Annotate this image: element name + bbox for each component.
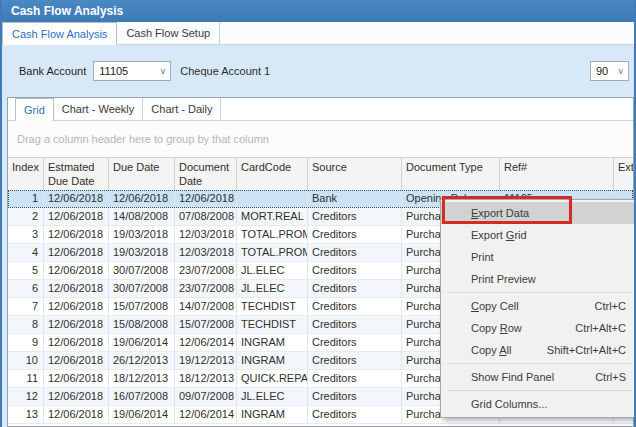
cell-cardcode[interactable]: JL.ELEC: [237, 388, 308, 406]
cell-cardcode[interactable]: MORT.REAL: [237, 208, 308, 226]
column-header-source[interactable]: Source: [308, 158, 402, 190]
chevron-down-icon[interactable]: ∨: [160, 66, 167, 76]
column-header-document-date[interactable]: Document Date: [175, 158, 237, 190]
cell-cardcode[interactable]: INGRAM: [237, 406, 308, 424]
cell-cardcode[interactable]: QUICK.REPA: [237, 370, 308, 388]
column-header-due-date[interactable]: Due Date: [109, 158, 175, 190]
column-header-index[interactable]: Index: [8, 158, 44, 190]
cell-index[interactable]: 8: [8, 316, 44, 334]
cell-cardcode[interactable]: TECHDIST: [237, 298, 308, 316]
cell-cardcode[interactable]: [237, 190, 308, 208]
cell-cardcode[interactable]: INGRAM: [237, 352, 308, 370]
cell-due-date[interactable]: 26/12/2013: [109, 352, 175, 370]
cell-estmated-due[interactable]: 12/06/2018: [44, 262, 109, 280]
tab-cash-flow-setup[interactable]: Cash Flow Setup: [117, 22, 220, 45]
cell-document-date[interactable]: 15/07/2008: [175, 316, 237, 334]
days-combobox[interactable]: 90 ∨: [590, 61, 629, 81]
cell-estmated-due[interactable]: 12/06/2018: [44, 316, 109, 334]
cell-index[interactable]: 11: [8, 370, 44, 388]
cell-source[interactable]: Creditors: [308, 208, 402, 226]
cell-source[interactable]: Creditors: [308, 388, 402, 406]
menu-item-show-find-panel[interactable]: Show Find Panel Ctrl+S: [441, 366, 634, 388]
cell-estmated-due[interactable]: 12/06/2018: [44, 208, 109, 226]
cell-document-date[interactable]: 12/06/2018: [175, 190, 237, 208]
column-header-estmated-due[interactable]: Estmated Due Date: [44, 158, 109, 190]
column-header-ext[interactable]: Ext.: [614, 158, 633, 190]
cell-source[interactable]: Creditors: [308, 226, 402, 244]
cell-index[interactable]: 7: [8, 298, 44, 316]
cell-index[interactable]: 10: [8, 352, 44, 370]
cell-document-date[interactable]: 12/06/2014: [175, 334, 237, 352]
chevron-down-icon[interactable]: ∨: [617, 66, 624, 76]
cell-cardcode[interactable]: JL.ELEC: [237, 262, 308, 280]
column-header-ref[interactable]: Ref#: [500, 158, 614, 190]
tab-chart-weekly[interactable]: Chart - Weekly: [54, 98, 144, 121]
menu-item-export-grid[interactable]: Export Grid: [441, 224, 634, 246]
tab-chart-daily[interactable]: Chart - Daily: [143, 98, 221, 121]
menu-item-copy-cell[interactable]: Copy Cell Ctrl+C: [441, 295, 634, 317]
cell-index[interactable]: 5: [8, 262, 44, 280]
cell-due-date[interactable]: 19/03/2018: [109, 244, 175, 262]
cell-due-date[interactable]: 19/06/2014: [109, 406, 175, 424]
cell-estmated-due[interactable]: 12/06/2018: [44, 226, 109, 244]
cell-due-date[interactable]: 30/07/2008: [109, 280, 175, 298]
tab-cash-flow-analysis[interactable]: Cash Flow Analysis: [2, 22, 117, 45]
cell-document-date[interactable]: 23/07/2008: [175, 262, 237, 280]
cell-due-date[interactable]: 15/08/2008: [109, 316, 175, 334]
cell-due-date[interactable]: 19/06/2014: [109, 334, 175, 352]
cell-document-date[interactable]: 14/07/2008: [175, 298, 237, 316]
cell-estmated-due[interactable]: 12/06/2018: [44, 334, 109, 352]
cell-source[interactable]: Creditors: [308, 280, 402, 298]
cell-cardcode[interactable]: TOTAL.PROM: [237, 226, 308, 244]
cell-due-date[interactable]: 19/03/2018: [109, 226, 175, 244]
cell-estmated-due[interactable]: 12/06/2018: [44, 280, 109, 298]
cell-source[interactable]: Creditors: [308, 244, 402, 262]
cell-due-date[interactable]: 15/07/2008: [109, 298, 175, 316]
cell-document-date[interactable]: 12/03/2018: [175, 244, 237, 262]
menu-item-print-preview[interactable]: Print Preview: [441, 268, 634, 290]
cell-cardcode[interactable]: TECHDIST: [237, 316, 308, 334]
cell-index[interactable]: 12: [8, 388, 44, 406]
cell-index[interactable]: 13: [8, 406, 44, 424]
cell-estmated-due[interactable]: 12/06/2018: [44, 298, 109, 316]
cell-document-date[interactable]: 12/06/2014: [175, 406, 237, 424]
cell-estmated-due[interactable]: 12/06/2018: [44, 190, 109, 208]
cell-due-date[interactable]: 14/08/2008: [109, 208, 175, 226]
bank-account-combobox[interactable]: 11105 ∨: [93, 61, 171, 81]
cell-source[interactable]: Creditors: [308, 370, 402, 388]
cell-index[interactable]: 9: [8, 334, 44, 352]
cell-estmated-due[interactable]: 12/06/2018: [44, 406, 109, 424]
menu-item-grid-columns[interactable]: Grid Columns...: [441, 393, 634, 415]
menu-item-copy-all[interactable]: Copy All Shift+Ctrl+Alt+C: [441, 339, 634, 361]
menu-item-print[interactable]: Print: [441, 246, 634, 268]
cell-document-date[interactable]: 09/07/2008: [175, 388, 237, 406]
cell-source[interactable]: Creditors: [308, 316, 402, 334]
cell-source[interactable]: Creditors: [308, 334, 402, 352]
cell-source[interactable]: Bank: [308, 190, 402, 208]
cell-estmated-due[interactable]: 12/06/2018: [44, 352, 109, 370]
cell-document-date[interactable]: 23/07/2008: [175, 280, 237, 298]
menu-item-export-data[interactable]: Export Data: [441, 202, 634, 224]
tab-grid[interactable]: Grid: [15, 98, 54, 121]
cell-source[interactable]: Creditors: [308, 298, 402, 316]
column-header-cardcode[interactable]: CardCode: [237, 158, 308, 190]
cell-document-date[interactable]: 07/08/2008: [175, 208, 237, 226]
cell-index[interactable]: 6: [8, 280, 44, 298]
cell-estmated-due[interactable]: 12/06/2018: [44, 388, 109, 406]
cell-source[interactable]: Creditors: [308, 262, 402, 280]
cell-due-date[interactable]: 18/12/2013: [109, 370, 175, 388]
cell-document-date[interactable]: 12/03/2018: [175, 226, 237, 244]
cell-cardcode[interactable]: JL.ELEC: [237, 280, 308, 298]
cell-due-date[interactable]: 16/07/2008: [109, 388, 175, 406]
menu-item-copy-row[interactable]: Copy Row Ctrl+Alt+C: [441, 317, 634, 339]
cell-source[interactable]: Creditors: [308, 406, 402, 424]
cell-document-date[interactable]: 19/12/2013: [175, 352, 237, 370]
cell-index[interactable]: 2: [8, 208, 44, 226]
cell-cardcode[interactable]: INGRAM: [237, 334, 308, 352]
column-header-document-type[interactable]: Document Type: [402, 158, 500, 190]
cell-document-date[interactable]: 18/12/2013: [175, 370, 237, 388]
cell-index[interactable]: 3: [8, 226, 44, 244]
cell-cardcode[interactable]: TOTAL.PROM: [237, 244, 308, 262]
cell-due-date[interactable]: 30/07/2008: [109, 262, 175, 280]
group-by-drop-zone[interactable]: Drag a column header here to group by th…: [8, 121, 633, 157]
